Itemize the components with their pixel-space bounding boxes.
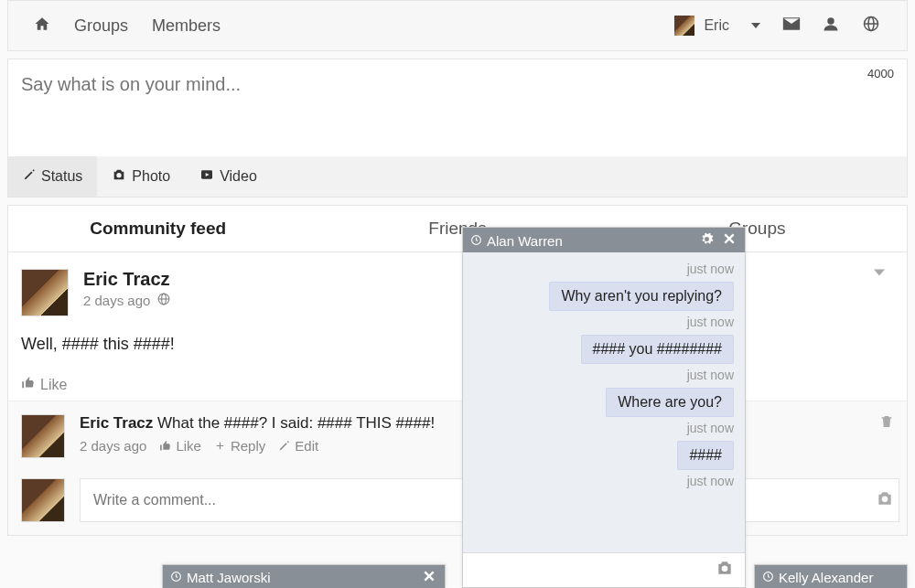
comment: Eric Tracz What the ####? I said: #### T… bbox=[8, 401, 907, 465]
write-comment bbox=[8, 465, 907, 535]
chat-header[interactable]: Kelly Alexander bbox=[755, 565, 907, 588]
camera-icon bbox=[112, 167, 126, 186]
clock-icon bbox=[470, 233, 482, 249]
trash-icon[interactable] bbox=[879, 414, 894, 458]
svg-point-12 bbox=[722, 566, 728, 572]
nav-left: Groups Members bbox=[34, 16, 221, 37]
close-icon[interactable] bbox=[423, 570, 436, 585]
avatar[interactable] bbox=[21, 414, 65, 458]
comment-time: 2 days ago bbox=[80, 438, 146, 454]
nav-right: Eric bbox=[674, 15, 881, 37]
chevron-down-icon bbox=[751, 17, 760, 34]
chat-input-row[interactable] bbox=[463, 552, 745, 587]
composer-tabs: Status Photo Video bbox=[8, 156, 907, 197]
svg-point-10 bbox=[882, 497, 888, 503]
globe-icon[interactable] bbox=[863, 16, 881, 36]
msg-time: just now bbox=[687, 474, 734, 488]
globe-icon bbox=[157, 293, 170, 308]
thumbs-up-icon bbox=[21, 376, 35, 393]
msg-time: just now bbox=[687, 421, 734, 435]
comment-like-button[interactable]: Like bbox=[159, 438, 201, 454]
chat-body: just now Why aren't you replying? just n… bbox=[463, 252, 745, 552]
composer-char-count: 4000 bbox=[867, 67, 894, 80]
composer-tab-status[interactable]: Status bbox=[8, 156, 97, 197]
post: Eric Tracz 2 days ago Well, #### this ##… bbox=[8, 252, 907, 401]
close-icon[interactable] bbox=[723, 232, 736, 249]
comments: Eric Tracz What the ####? I said: #### T… bbox=[8, 401, 907, 535]
chat-title: Matt Jaworski bbox=[187, 570, 271, 585]
chat-header[interactable]: Alan Warren bbox=[463, 228, 745, 252]
composer-tab-video[interactable]: Video bbox=[185, 156, 272, 197]
chat-window-matt[interactable]: Matt Jaworski bbox=[162, 564, 446, 588]
comment-reply-button[interactable]: Reply bbox=[214, 438, 265, 454]
camera-icon[interactable] bbox=[716, 559, 734, 582]
nav-user-menu[interactable]: Eric bbox=[674, 16, 760, 36]
composer-input[interactable] bbox=[8, 59, 907, 153]
feed-tabs: Community feed Friends Groups bbox=[8, 206, 907, 252]
msg-time: just now bbox=[687, 315, 734, 329]
chat-message: #### bbox=[677, 441, 734, 470]
svg-point-1 bbox=[827, 17, 834, 25]
like-button[interactable]: Like bbox=[40, 377, 67, 393]
msg-time: just now bbox=[687, 262, 734, 276]
comment-edit-button[interactable]: Edit bbox=[278, 438, 318, 454]
mail-icon[interactable] bbox=[782, 15, 801, 37]
navbar: Groups Members Eric bbox=[7, 0, 908, 51]
chat-window-alan: Alan Warren just now Why aren't you repl… bbox=[462, 227, 746, 588]
home-icon[interactable] bbox=[34, 16, 50, 37]
clock-icon bbox=[170, 570, 182, 585]
feed-tab-community[interactable]: Community feed bbox=[8, 206, 307, 251]
comment-text: What the ####? I said: #### THIS ####! bbox=[157, 414, 435, 432]
post-menu-chevron-icon[interactable] bbox=[874, 265, 885, 282]
pencil-icon bbox=[23, 168, 36, 185]
composer-tab-photo-label: Photo bbox=[132, 168, 170, 185]
avatar[interactable] bbox=[21, 269, 69, 316]
chat-message: Why aren't you replying? bbox=[549, 282, 734, 311]
msg-time: just now bbox=[687, 368, 734, 382]
nav-username: Eric bbox=[704, 17, 729, 34]
avatar bbox=[674, 16, 694, 36]
post-time: 2 days ago bbox=[83, 293, 150, 308]
avatar[interactable] bbox=[21, 478, 65, 522]
chat-message: Where are you? bbox=[606, 388, 734, 417]
chat-title: Kelly Alexander bbox=[779, 570, 873, 585]
user-icon[interactable] bbox=[823, 16, 841, 36]
post-body: Well, #### this ####! bbox=[21, 335, 894, 354]
feed-container: Community feed Friends Groups Eric Tracz… bbox=[7, 205, 908, 536]
chat-header[interactable]: Matt Jaworski bbox=[163, 565, 445, 588]
composer-tab-photo[interactable]: Photo bbox=[97, 156, 185, 197]
clock-icon bbox=[762, 570, 774, 585]
svg-point-5 bbox=[117, 173, 122, 177]
nav-groups-link[interactable]: Groups bbox=[74, 16, 128, 36]
gear-icon[interactable] bbox=[700, 232, 714, 249]
composer-tab-video-label: Video bbox=[220, 168, 257, 185]
camera-icon[interactable] bbox=[876, 489, 894, 511]
chat-title: Alan Warren bbox=[487, 233, 563, 249]
chat-window-kelly[interactable]: Kelly Alexander bbox=[754, 564, 908, 588]
composer-tab-status-label: Status bbox=[41, 168, 82, 185]
composer: 4000 Status Photo Video bbox=[7, 59, 908, 198]
post-author[interactable]: Eric Tracz bbox=[83, 269, 170, 290]
chat-message: #### you ######## bbox=[581, 335, 734, 364]
nav-members-link[interactable]: Members bbox=[152, 16, 221, 36]
video-icon bbox=[199, 167, 214, 186]
comment-author[interactable]: Eric Tracz bbox=[80, 414, 153, 432]
